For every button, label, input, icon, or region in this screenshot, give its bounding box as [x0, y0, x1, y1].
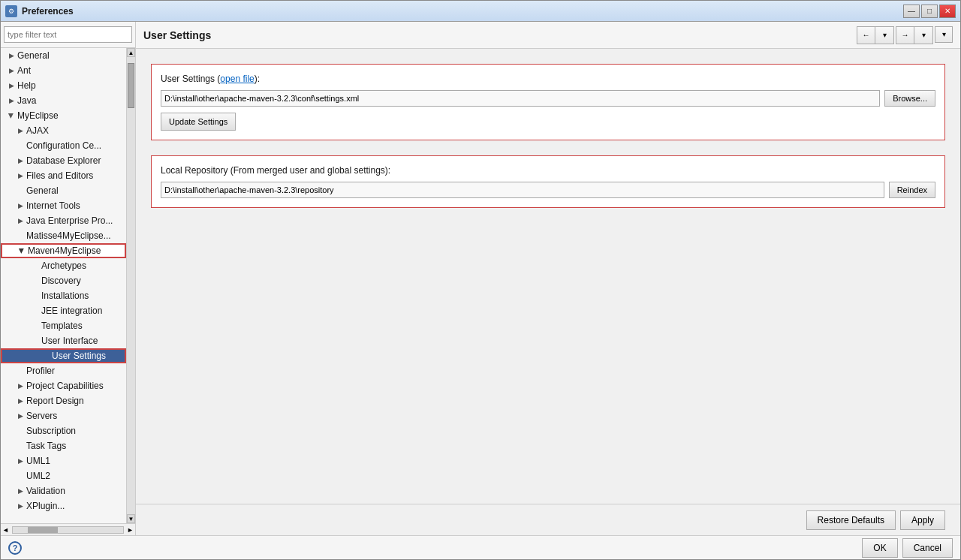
- update-settings-button[interactable]: Update Settings: [161, 113, 236, 131]
- tree-item-xplugin[interactable]: ▶ XPlugin...: [1, 498, 126, 513]
- ok-button[interactable]: OK: [862, 538, 897, 558]
- minimize-button[interactable]: —: [903, 5, 920, 18]
- tree-item-user-settings[interactable]: ▶ User Settings: [1, 348, 126, 363]
- tree-label-profiler: Profiler: [26, 366, 55, 376]
- window-title: Preferences: [22, 6, 903, 17]
- menu-button[interactable]: ▾: [935, 26, 953, 43]
- horizontal-scrollbar[interactable]: [12, 526, 124, 534]
- tree-item-help[interactable]: ▶ Help: [1, 78, 126, 93]
- tree-item-installations[interactable]: ▶ Installations: [1, 288, 126, 303]
- tree-item-files-editors[interactable]: ▶ Files and Editors: [1, 168, 126, 183]
- user-settings-browse-button[interactable]: Browse...: [884, 90, 935, 107]
- tree-vertical-scrollbar[interactable]: ▲ ▼: [126, 48, 135, 523]
- tree-item-validation[interactable]: ▶ Validation: [1, 483, 126, 498]
- tree-item-maven4[interactable]: ▶ Maven4MyEclipse: [1, 243, 126, 258]
- tree-label-matisse4: Matisse4MyEclipse...: [26, 230, 111, 241]
- tree-item-subscription[interactable]: ▶ Subscription: [1, 423, 126, 438]
- tree-item-user-interface[interactable]: ▶ User Interface: [1, 333, 126, 348]
- arrow-maven4: ▶: [17, 246, 26, 255]
- nav-button-group: ← ▾: [857, 26, 894, 44]
- scroll-down-button[interactable]: ▼: [127, 514, 135, 523]
- open-file-link[interactable]: open file: [220, 74, 254, 84]
- restore-defaults-button[interactable]: Restore Defaults: [806, 510, 896, 530]
- tree-label-project-capabilities: Project Capabilities: [26, 381, 104, 391]
- hscroll-thumb: [28, 527, 58, 533]
- tree-item-uml2[interactable]: ▶ UML2: [1, 468, 126, 483]
- back-dropdown[interactable]: ▾: [875, 27, 893, 44]
- title-bar: ⚙ Preferences — □ ✕: [1, 1, 960, 22]
- local-repo-label: Local Repository (From merged user and g…: [161, 165, 935, 176]
- tree-item-uml1[interactable]: ▶ UML1: [1, 453, 126, 468]
- arrow-myeclipse: ▶: [7, 111, 16, 120]
- hscroll-right-button[interactable]: ►: [125, 526, 135, 534]
- tree-item-profiler[interactable]: ▶ Profiler: [1, 363, 126, 378]
- left-panel: ▶ General ▶ Ant ▶ Help ▶: [1, 22, 136, 535]
- hscroll-left-button[interactable]: ◄: [1, 526, 11, 534]
- tree-item-general2[interactable]: ▶ General: [1, 183, 126, 198]
- tree-item-internet-tools[interactable]: ▶ Internet Tools: [1, 198, 126, 213]
- arrow-xplugin: ▶: [16, 501, 25, 510]
- close-button[interactable]: ✕: [939, 5, 956, 18]
- tree-item-jee-integration[interactable]: ▶ JEE integration: [1, 303, 126, 318]
- title-bar-buttons: — □ ✕: [903, 5, 956, 18]
- tree-item-myeclipse[interactable]: ▶ MyEclipse: [1, 108, 126, 123]
- preferences-window: ⚙ Preferences — □ ✕ ▶ General: [0, 0, 961, 560]
- tree-item-servers[interactable]: ▶ Servers: [1, 408, 126, 423]
- window-icon: ⚙: [5, 5, 17, 17]
- tree-label-validation: Validation: [26, 486, 65, 496]
- tree-item-config-center[interactable]: ▶ Configuration Ce...: [1, 138, 126, 153]
- tree-item-ajax[interactable]: ▶ AJAX: [1, 123, 126, 138]
- tree-label-servers: Servers: [26, 411, 57, 421]
- tree-label-installations: Installations: [41, 291, 89, 301]
- tree-label-archetypes: Archetypes: [41, 260, 86, 271]
- cancel-button[interactable]: Cancel: [902, 538, 953, 558]
- tree-item-project-capabilities[interactable]: ▶ Project Capabilities: [1, 378, 126, 393]
- tree-label-report-design: Report Design: [26, 396, 84, 406]
- arrow-uml1: ▶: [16, 456, 25, 465]
- arrow-java-enterprise: ▶: [16, 216, 25, 225]
- tree-item-task-tags[interactable]: ▶ Task Tags: [1, 438, 126, 453]
- forward-dropdown[interactable]: ▾: [914, 27, 932, 44]
- apply-button[interactable]: Apply: [900, 510, 945, 530]
- local-repo-section: Local Repository (From merged user and g…: [151, 155, 945, 208]
- tree-item-templates[interactable]: ▶ Templates: [1, 318, 126, 333]
- right-toolbar: User Settings ← ▾ → ▾ ▾: [136, 22, 960, 49]
- tree-label-files-editors: Files and Editors: [26, 170, 93, 181]
- help-icon[interactable]: ?: [8, 541, 22, 555]
- local-repo-path-input[interactable]: [161, 182, 884, 198]
- bottom-bar: Restore Defaults Apply: [136, 504, 960, 535]
- user-settings-path-input[interactable]: [161, 90, 880, 107]
- tree-scroll-inner: ▶ General ▶ Ant ▶ Help ▶: [1, 48, 126, 523]
- status-bar: ? OK Cancel: [1, 535, 960, 559]
- tree-item-report-design[interactable]: ▶ Report Design: [1, 393, 126, 408]
- tree-item-java-enterprise[interactable]: ▶ Java Enterprise Pro...: [1, 213, 126, 228]
- tree-label-ajax: AJAX: [26, 125, 49, 136]
- tree-item-general[interactable]: ▶ General: [1, 48, 126, 63]
- tree-label-database-explorer: Database Explorer: [26, 155, 101, 166]
- tree-label-uml1: UML1: [26, 456, 50, 466]
- tree-item-archetypes[interactable]: ▶ Archetypes: [1, 258, 126, 273]
- page-title: User Settings: [143, 29, 211, 41]
- tree-item-java[interactable]: ▶ Java: [1, 93, 126, 108]
- back-button[interactable]: ←: [857, 27, 875, 44]
- tree-item-database-explorer[interactable]: ▶ Database Explorer: [1, 153, 126, 168]
- tree-label-general: General: [17, 50, 50, 61]
- filter-input[interactable]: [4, 26, 132, 43]
- tree-label-xplugin: XPlugin...: [26, 501, 65, 511]
- forward-button[interactable]: →: [896, 27, 914, 44]
- arrow-project-capabilities: ▶: [16, 381, 25, 390]
- local-repo-reindex-button[interactable]: Reindex: [889, 182, 935, 198]
- tree-item-matisse4[interactable]: ▶ Matisse4MyEclipse...: [1, 228, 126, 243]
- user-settings-section: User Settings (open file): Browse... Upd…: [151, 64, 945, 140]
- tree-item-ant[interactable]: ▶ Ant: [1, 63, 126, 78]
- tree-label-internet-tools: Internet Tools: [26, 200, 80, 211]
- tree-label-user-settings: User Settings: [52, 351, 106, 361]
- user-settings-path-row: Browse...: [161, 90, 935, 107]
- maximize-button[interactable]: □: [921, 5, 938, 18]
- tree-scroll-area: ▶ General ▶ Ant ▶ Help ▶: [1, 48, 135, 523]
- tree-label-maven4: Maven4MyEclipse: [28, 245, 101, 256]
- scroll-thumb[interactable]: [128, 63, 134, 108]
- tree-item-discovery[interactable]: ▶ Discovery: [1, 273, 126, 288]
- arrow-ajax: ▶: [16, 126, 25, 135]
- scroll-up-button[interactable]: ▲: [127, 48, 135, 57]
